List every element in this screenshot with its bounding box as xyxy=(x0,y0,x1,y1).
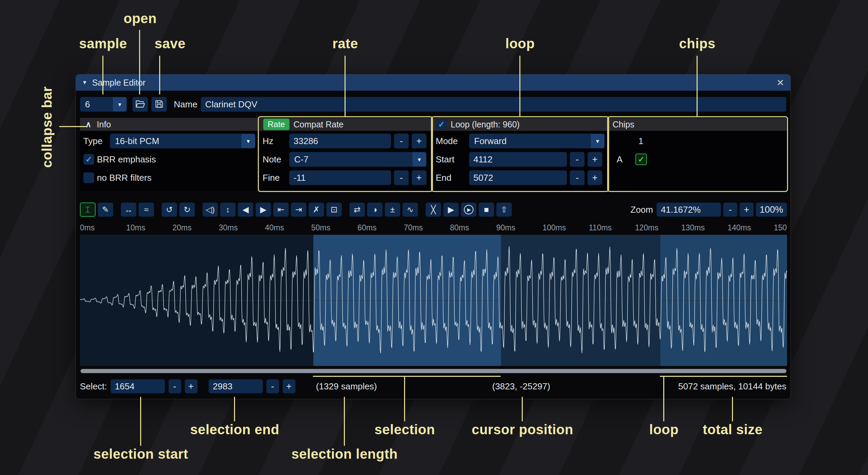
selection-start-increase-button[interactable]: + xyxy=(185,379,198,393)
no-brr-filters-label: no BRR filters xyxy=(97,173,151,183)
info-header: ∧ Info xyxy=(80,118,259,131)
chevron-down-icon: ▼ xyxy=(113,97,127,111)
annotation-sample: sample xyxy=(79,36,127,51)
ruler-label: 50ms xyxy=(311,223,357,232)
play-circle-icon: ▶ xyxy=(464,205,473,214)
draw-tool-button[interactable]: ✎ xyxy=(98,203,113,217)
reverse-button[interactable]: ⇄ xyxy=(349,203,365,217)
close-button[interactable]: ✕ xyxy=(777,77,784,88)
selection-start-decrease-button[interactable]: - xyxy=(168,379,181,393)
redo-icon: ↻ xyxy=(184,205,190,214)
reverse-icon: ⇄ xyxy=(354,205,361,214)
filter-wave-icon: ∿ xyxy=(407,205,414,214)
zoom-label: Zoom xyxy=(631,205,653,215)
sample-number-dropdown[interactable]: 6 ▼ xyxy=(80,97,127,112)
sample-header-row: 6 ▼ Name xyxy=(76,91,790,112)
loop-bracket-line xyxy=(660,376,787,377)
apply-silence-button[interactable]: ⇥ xyxy=(291,203,306,217)
no-brr-filters-checkbox[interactable] xyxy=(83,172,94,183)
waveform-scrollbar-track[interactable] xyxy=(80,369,787,373)
title-bar[interactable]: ▼ Sample Editor ✕ xyxy=(76,74,790,91)
annotation-selection-start: selection start xyxy=(94,446,188,462)
annotation-open: open xyxy=(123,11,157,26)
annotation-save: save xyxy=(155,36,186,51)
info-section: ∧ Info Type 16-bit PCM ▼ ✓ BRR emphasis xyxy=(80,118,259,191)
zoom-reset-button[interactable]: 100% xyxy=(756,203,787,217)
insert-silence-button[interactable]: ⇤ xyxy=(273,203,289,217)
play-button[interactable]: ▶ xyxy=(461,203,477,217)
annotation-rate: rate xyxy=(332,36,358,51)
ruler-label: 120ms xyxy=(635,223,681,232)
ibeam-select-icon: ⌶ xyxy=(85,205,90,214)
zoom-out-button[interactable]: - xyxy=(723,203,737,217)
name-label: Name xyxy=(174,99,197,110)
trim-button[interactable]: ⊡ xyxy=(326,203,342,217)
floppy-save-icon xyxy=(155,100,164,109)
selection-end-decrease-button[interactable]: - xyxy=(266,379,279,393)
annotation-chips: chips xyxy=(679,36,716,51)
selection-end-input[interactable] xyxy=(208,379,263,393)
brr-emphasis-label: BRR emphasis xyxy=(97,154,156,165)
ruler-label: 150ms xyxy=(774,223,787,232)
invert-button[interactable]: ◑ xyxy=(367,203,383,217)
chevron-down-icon: ▼ xyxy=(241,134,255,148)
folder-open-icon xyxy=(135,100,145,109)
fade-in-button[interactable]: ◀ xyxy=(238,203,253,217)
sample-name-input[interactable] xyxy=(201,97,786,112)
resize-button[interactable]: ↔ xyxy=(121,203,136,217)
ruler-label: 70ms xyxy=(404,223,450,232)
sample-number-value: 6 xyxy=(80,99,113,110)
ruler-label: 90ms xyxy=(496,223,542,232)
waveform-display[interactable] xyxy=(80,235,787,366)
ruler-label: 80ms xyxy=(450,223,496,232)
pencil-icon: ✎ xyxy=(102,205,109,214)
collapse-bar-button[interactable]: ∧ xyxy=(84,120,93,129)
annotation-selection-length: selection length xyxy=(291,446,398,462)
stop-icon: ■ xyxy=(484,205,489,214)
annotation-line-sample xyxy=(102,56,103,94)
preview-button[interactable]: ▶ xyxy=(443,203,459,217)
annotation-line-rate xyxy=(345,56,346,116)
annotation-line-selection-end xyxy=(234,397,235,421)
ruler-label: 0ms xyxy=(80,223,126,232)
selection-end-increase-button[interactable]: + xyxy=(283,379,296,393)
total-size-text: 5072 samples, 10144 bytes xyxy=(678,381,786,392)
sign-invert-icon: ± xyxy=(390,205,395,214)
undo-button[interactable]: ↺ xyxy=(162,203,177,217)
filter-button[interactable]: ∿ xyxy=(402,203,418,217)
normalize-button[interactable]: ↕ xyxy=(220,203,236,217)
ruler-label: 30ms xyxy=(219,223,265,232)
waveform-canvas[interactable] xyxy=(80,235,787,366)
open-sample-button[interactable] xyxy=(132,97,148,112)
waveform-scrollbar-thumb[interactable] xyxy=(81,369,786,373)
import-button[interactable]: ⇧ xyxy=(496,203,512,217)
selection-start-input[interactable] xyxy=(111,379,165,393)
sample-type-dropdown[interactable]: 16-bit PCM ▼ xyxy=(110,134,255,148)
sign-invert-button[interactable]: ± xyxy=(385,203,400,217)
zoom-in-button[interactable]: + xyxy=(739,203,754,217)
select-tool-button[interactable]: ⌶ xyxy=(80,203,96,217)
resample-button[interactable]: ≈ xyxy=(138,203,154,217)
ruler-label: 20ms xyxy=(172,223,219,232)
status-bar: Select: - + - + (1329 samples) (3823, -2… xyxy=(80,377,787,395)
insert-silence-icon: ⇤ xyxy=(278,205,284,214)
rate-highlight-box xyxy=(258,116,433,192)
zoom-input[interactable] xyxy=(656,203,721,217)
brr-emphasis-checkbox[interactable]: ✓ xyxy=(83,154,94,165)
annotation-line-selection-length xyxy=(344,397,345,446)
ruler-label: 60ms xyxy=(357,223,404,232)
redo-button[interactable]: ↻ xyxy=(179,203,195,217)
fade-out-button[interactable]: ▶ xyxy=(255,203,271,217)
delete-button[interactable]: ✗ xyxy=(308,203,324,217)
speaker-icon: ◁) xyxy=(206,205,215,214)
ruler-label: 10ms xyxy=(126,223,172,232)
apply-silence-icon: ⇥ xyxy=(295,205,302,214)
window-collapse-icon[interactable]: ▼ xyxy=(82,80,87,86)
ruler-label: 140ms xyxy=(728,223,774,232)
resample-icon: ≈ xyxy=(144,205,148,214)
save-sample-button[interactable] xyxy=(151,97,167,112)
crossfade-button[interactable]: ╳ xyxy=(425,203,441,217)
stop-button[interactable]: ■ xyxy=(479,203,494,217)
annotation-selection-end: selection end xyxy=(190,422,279,437)
amplify-button[interactable]: ◁) xyxy=(202,203,218,217)
